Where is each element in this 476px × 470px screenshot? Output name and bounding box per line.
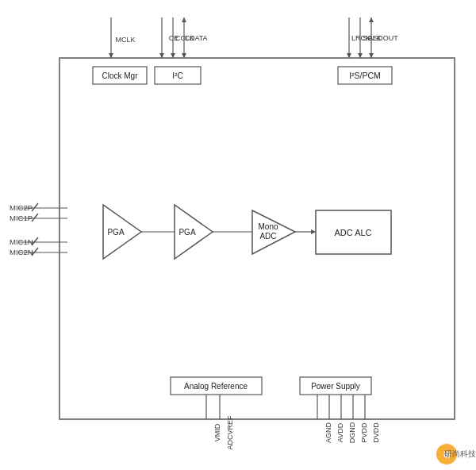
svg-text:MCLK: MCLK bbox=[115, 36, 135, 44]
svg-text:Clock Mgr: Clock Mgr bbox=[102, 71, 138, 80]
svg-text:CDATA: CDATA bbox=[184, 34, 207, 42]
svg-text:ASDOUT: ASDOUT bbox=[368, 34, 398, 42]
svg-text:I²S/PCM: I²S/PCM bbox=[349, 71, 381, 80]
svg-marker-12 bbox=[182, 17, 186, 22]
svg-text:ADC ALC: ADC ALC bbox=[334, 228, 371, 237]
svg-text:AVDD: AVDD bbox=[336, 422, 344, 442]
svg-text:DVDD: DVDD bbox=[372, 422, 380, 443]
svg-text:Mono: Mono bbox=[258, 222, 278, 231]
svg-text:I²C: I²C bbox=[172, 71, 182, 80]
svg-marker-8 bbox=[171, 53, 175, 58]
diagram-container: MCLK CE CCLK CDATA LRCK SCLK ASDOUT Cloc… bbox=[8, 8, 466, 462]
svg-text:MIC1P: MIC1P bbox=[10, 214, 33, 222]
diagram-svg: MCLK CE CCLK CDATA LRCK SCLK ASDOUT Cloc… bbox=[8, 8, 466, 462]
svg-marker-18 bbox=[358, 53, 363, 58]
svg-text:PGA: PGA bbox=[178, 228, 195, 237]
svg-text:ADC: ADC bbox=[259, 232, 276, 241]
svg-text:PVDD: PVDD bbox=[360, 422, 368, 443]
svg-marker-15 bbox=[347, 53, 351, 58]
svg-marker-11 bbox=[182, 53, 186, 58]
svg-line-34 bbox=[32, 214, 38, 222]
svg-text:VMID: VMID bbox=[213, 423, 221, 441]
svg-text:AGND: AGND bbox=[324, 422, 332, 444]
svg-marker-2 bbox=[109, 53, 113, 58]
svg-text:MIC2P: MIC2P bbox=[10, 203, 33, 212]
svg-text:ADCVREF: ADCVREF bbox=[226, 415, 234, 450]
svg-text:DGND: DGND bbox=[348, 422, 356, 443]
svg-text:MIC1N: MIC1N bbox=[10, 237, 33, 246]
svg-text:PGA: PGA bbox=[107, 228, 124, 237]
svg-text:研尚科技: 研尚科技 bbox=[444, 449, 476, 458]
svg-marker-21 bbox=[369, 53, 374, 58]
svg-text:MIC2N: MIC2N bbox=[10, 248, 33, 256]
svg-text:Power Supply: Power Supply bbox=[311, 382, 360, 391]
svg-marker-5 bbox=[159, 53, 164, 58]
svg-line-31 bbox=[32, 203, 38, 211]
svg-marker-52 bbox=[311, 229, 316, 234]
svg-text:Analog Reference: Analog Reference bbox=[184, 382, 248, 391]
svg-marker-22 bbox=[369, 17, 374, 22]
